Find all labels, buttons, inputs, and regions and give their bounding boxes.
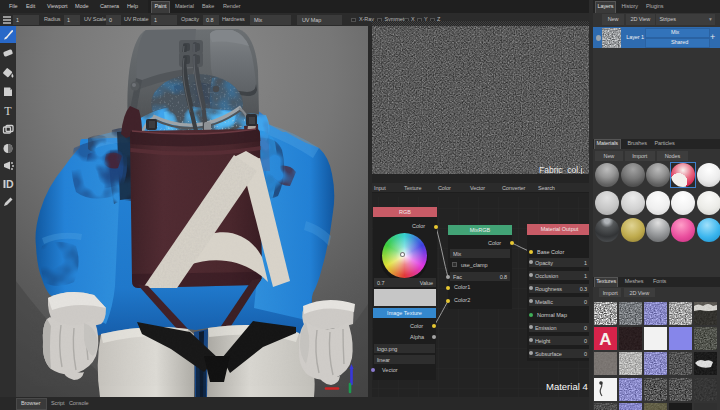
svg-text:A: A [599,330,611,349]
svg-text:D: D [6,178,14,190]
svg-text:T: T [4,104,12,118]
